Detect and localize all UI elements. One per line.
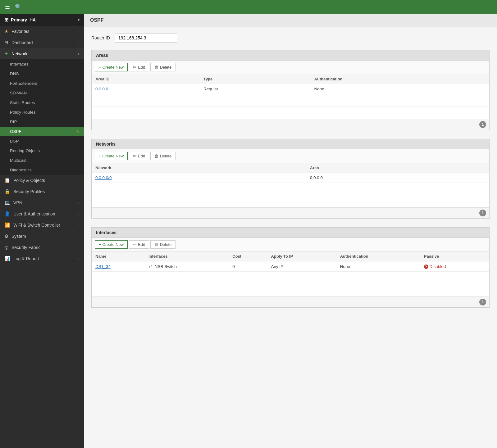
interfaces-create-button[interactable]: + Create New [95, 240, 128, 249]
main-layout: ⊞ Primary_HA ▾ ★ Favorites › ⊟ Dashboard… [0, 14, 497, 448]
interface-switch-icon: ⇄ [148, 264, 152, 269]
vpn-label: VPN [13, 200, 22, 205]
sidebar-item-system[interactable]: ⚙ System › [0, 231, 84, 242]
interfaces-edit-button[interactable]: ✏ Edit [129, 240, 149, 249]
sidebar-item-ospf[interactable]: OSPF ☆ [0, 127, 84, 136]
policy-objects-arrow-icon: › [78, 179, 80, 182]
search-icon[interactable]: 🔍 [15, 3, 22, 10]
networks-col-area: Area [306, 163, 489, 173]
sidebar-item-diagnostics[interactable]: Diagnostics [0, 165, 84, 175]
sidebar-item-interfaces[interactable]: Interfaces [0, 59, 84, 69]
policy-routes-label: Policy Routes [10, 110, 36, 115]
wifi-switch-icon: 📶 [4, 222, 10, 228]
areas-section: Areas + Create New ✏ Edit 🗑 De [91, 50, 490, 130]
networks-edit-button[interactable]: ✏ Edit [129, 152, 149, 160]
areas-section-content: + Create New ✏ Edit 🗑 Delete [91, 60, 490, 130]
networks-section-title: Networks [91, 139, 490, 149]
network-icon: ✦ [4, 51, 8, 57]
sidebar-item-vpn[interactable]: 💻 VPN › [0, 197, 84, 208]
area-id-link[interactable]: 0.0.0.0 [95, 87, 108, 91]
sidebar-item-fortiextenders[interactable]: FortiExtenders [0, 79, 84, 88]
security-fabric-icon: ◎ [4, 245, 8, 250]
sidebar-item-dashboard[interactable]: ⊟ Dashboard › [0, 37, 84, 48]
networks-delete-button[interactable]: 🗑 Delete [150, 152, 176, 160]
networks-create-label: Create New [103, 154, 124, 158]
table-row[interactable]: DS1_34 ⇄ NSB Switch 0 Any IP None [92, 261, 489, 272]
wifi-switch-arrow-icon: › [78, 223, 80, 227]
table-row[interactable]: 0.0.0.0/0 0.0.0.0 [92, 173, 489, 183]
sidebar-item-network[interactable]: ✦ Network ▾ [0, 48, 84, 59]
dashboard-arrow-icon: › [78, 41, 80, 44]
networks-edit-icon: ✏ [133, 154, 136, 158]
sidebar-chevron-icon: ▾ [78, 18, 80, 22]
router-id-input[interactable] [115, 33, 177, 43]
networks-create-button[interactable]: + Create New [95, 152, 128, 160]
sidebar-item-favorites-label: Favorites [11, 29, 30, 34]
areas-count-badge: 1 [479, 121, 486, 128]
interfaces-toolbar: + Create New ✏ Edit 🗑 Delete [92, 238, 489, 251]
security-fabric-label: Security Fabric [11, 245, 40, 250]
sidebar-item-policy-routes[interactable]: Policy Routes [0, 107, 84, 117]
interfaces-delete-label: Delete [160, 242, 172, 247]
areas-delete-icon: 🗑 [154, 65, 158, 70]
sidebar-item-wifi-switch[interactable]: 📶 WiFi & Switch Controller › [0, 219, 84, 231]
sdwan-label: SD-WAN [10, 91, 27, 95]
sidebar-item-multicast[interactable]: Multicast [0, 156, 84, 165]
networks-table-footer: 1 [92, 207, 489, 218]
dashboard-icon: ⊟ [4, 40, 8, 45]
sidebar-item-bgp[interactable]: BGP [0, 136, 84, 146]
passive-disabled-label: Disabled [430, 264, 446, 269]
security-profiles-label: Security Profiles [13, 189, 45, 194]
diagnostics-label: Diagnostics [10, 168, 32, 172]
interfaces-delete-button[interactable]: 🗑 Delete [150, 240, 176, 249]
favorites-arrow-icon: › [78, 29, 80, 33]
areas-delete-button[interactable]: 🗑 Delete [150, 63, 176, 71]
ospf-main: Router ID Areas + Create New ✏ Edit [84, 27, 497, 323]
sidebar-item-sdwan[interactable]: SD-WAN [0, 88, 84, 98]
hamburger-icon[interactable]: ☰ [5, 3, 10, 10]
sidebar-item-favorites[interactable]: ★ Favorites › [0, 26, 84, 37]
sidebar-item-log-report[interactable]: 📊 Log & Report › [0, 253, 84, 264]
sidebar-header[interactable]: ⊞ Primary_HA ▾ [0, 14, 84, 26]
sidebar-item-rip[interactable]: RIP [0, 117, 84, 127]
interfaces-label: Interfaces [10, 62, 28, 66]
security-profiles-arrow-icon: › [78, 190, 80, 193]
networks-create-plus-icon: + [99, 154, 101, 158]
security-fabric-arrow-icon: › [78, 246, 80, 249]
iface-interface-cell: ⇄ NSB Switch [145, 261, 229, 272]
log-report-label: Log & Report [13, 256, 39, 261]
user-auth-label: User & Authentication [13, 211, 55, 216]
areas-table-footer: 1 [92, 119, 489, 130]
multicast-label: Multicast [10, 158, 26, 163]
network-link[interactable]: 0.0.0.0/0 [95, 175, 112, 180]
sidebar-item-static-routes[interactable]: Static Routes [0, 98, 84, 107]
static-routes-label: Static Routes [10, 100, 35, 105]
interfaces-table: Name Interfaces Cost Apply To IP Authent… [92, 251, 489, 296]
routing-objects-label: Routing Objects [10, 148, 40, 153]
policy-objects-label: Policy & Objects [13, 178, 45, 183]
wifi-switch-label: WiFi & Switch Controller [13, 223, 60, 228]
sidebar-item-routing-objects[interactable]: Routing Objects [0, 146, 84, 156]
networks-col-network: Network [92, 163, 306, 173]
table-row[interactable]: 0.0.0.0 Regular None [92, 84, 489, 94]
iface-col-passive: Passive [420, 251, 489, 261]
iface-passive-cell: ✕ Disabled [420, 261, 489, 272]
sidebar-item-security-fabric[interactable]: ◎ Security Fabric › [0, 242, 84, 253]
sidebar: ⊞ Primary_HA ▾ ★ Favorites › ⊟ Dashboard… [0, 14, 84, 448]
sidebar-item-user-auth[interactable]: 👤 User & Authentication › [0, 208, 84, 219]
areas-table: Area ID Type Authentication 0.0.0.0 Regu… [92, 74, 489, 119]
areas-edit-icon: ✏ [133, 65, 136, 70]
sidebar-item-policy-objects[interactable]: 📋 Policy & Objects › [0, 175, 84, 186]
bgp-label: BGP [10, 139, 19, 143]
iface-col-cost: Cost [229, 251, 267, 261]
system-icon: ⚙ [4, 233, 8, 239]
sidebar-item-security-profiles[interactable]: 🔒 Security Profiles › [0, 186, 84, 197]
star-icon: ★ [4, 29, 8, 34]
areas-create-button[interactable]: + Create New [95, 63, 128, 71]
areas-edit-button[interactable]: ✏ Edit [129, 63, 149, 71]
interfaces-section-content: + Create New ✏ Edit 🗑 Delete [91, 238, 490, 308]
dns-label: DNS [10, 71, 19, 76]
iface-name-link[interactable]: DS1_34 [95, 264, 111, 269]
sidebar-item-dns[interactable]: DNS [0, 69, 84, 79]
interfaces-edit-icon: ✏ [133, 242, 136, 247]
